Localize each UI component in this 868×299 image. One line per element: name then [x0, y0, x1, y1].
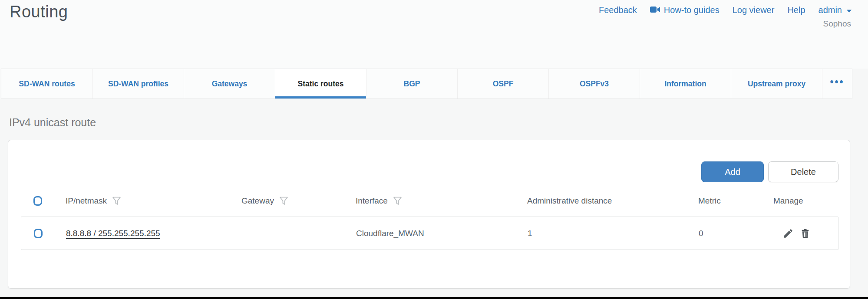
- select-all-checkbox[interactable]: [33, 196, 42, 206]
- video-camera-icon: [650, 5, 660, 15]
- delete-trash-icon[interactable]: [800, 228, 811, 239]
- routes-card: Add Delete IP/netmask Gateway Interface: [8, 140, 850, 289]
- feedback-link[interactable]: Feedback: [599, 5, 637, 15]
- top-nav: Feedback How-to guides Log viewer Help a…: [599, 5, 852, 15]
- column-header-metric: Metric: [698, 196, 721, 206]
- howto-guides-link[interactable]: How-to guides: [650, 5, 719, 15]
- column-header-gateway: Gateway: [241, 196, 274, 206]
- screen-bottom-edge: [0, 297, 868, 299]
- table-row: 8.8.8.8 / 255.255.255.255 Cloudflare_MWA…: [21, 217, 838, 250]
- routes-table: IP/netmask Gateway Interface Administrat…: [21, 189, 838, 250]
- table-header-row: IP/netmask Gateway Interface Administrat…: [21, 189, 838, 213]
- tab-upstream-proxy[interactable]: Upstream proxy: [731, 69, 822, 99]
- tab-ospf[interactable]: OSPF: [457, 69, 548, 99]
- ellipsis-icon: •••: [830, 76, 844, 88]
- filter-icon[interactable]: [112, 196, 121, 206]
- admin-menu[interactable]: admin: [818, 5, 852, 15]
- route-ip-link[interactable]: 8.8.8.8 / 255.255.255.255: [66, 229, 160, 238]
- tab-bar: SD-WAN routes SD-WAN profiles Gateways S…: [1, 69, 852, 99]
- help-link[interactable]: Help: [787, 5, 805, 15]
- delete-button[interactable]: Delete: [768, 161, 838, 182]
- route-interface-cell: Cloudflare_MWAN: [356, 229, 528, 238]
- org-name: Sophos: [823, 19, 851, 29]
- edit-pencil-icon[interactable]: [782, 228, 794, 239]
- row-checkbox[interactable]: [34, 229, 43, 238]
- chevron-down-icon: [846, 5, 852, 15]
- filter-icon[interactable]: [279, 196, 288, 206]
- column-header-manage: Manage: [773, 196, 803, 206]
- log-viewer-link[interactable]: Log viewer: [733, 5, 775, 15]
- column-header-interface: Interface: [356, 196, 388, 206]
- column-header-admin-distance: Administrative distance: [527, 196, 612, 206]
- tab-sdwan-profiles[interactable]: SD-WAN profiles: [92, 69, 184, 99]
- route-manage-cell: [774, 228, 838, 239]
- tab-more-menu[interactable]: •••: [822, 69, 852, 99]
- tab-gateways[interactable]: Gateways: [184, 69, 275, 99]
- filter-icon[interactable]: [393, 196, 402, 206]
- tab-static-routes[interactable]: Static routes: [275, 69, 366, 99]
- page-title: Routing: [10, 3, 68, 21]
- route-admin-distance-cell: 1: [528, 229, 699, 238]
- column-header-ip-netmask: IP/netmask: [66, 196, 107, 206]
- tab-ospfv3[interactable]: OSPFv3: [548, 69, 640, 99]
- route-metric-cell: 0: [699, 229, 774, 238]
- tab-sdwan-routes[interactable]: SD-WAN routes: [1, 69, 92, 99]
- tab-information[interactable]: Information: [640, 69, 731, 99]
- add-button[interactable]: Add: [701, 161, 764, 182]
- tab-bgp[interactable]: BGP: [366, 69, 457, 99]
- section-heading: IPv4 unicast route: [9, 116, 96, 129]
